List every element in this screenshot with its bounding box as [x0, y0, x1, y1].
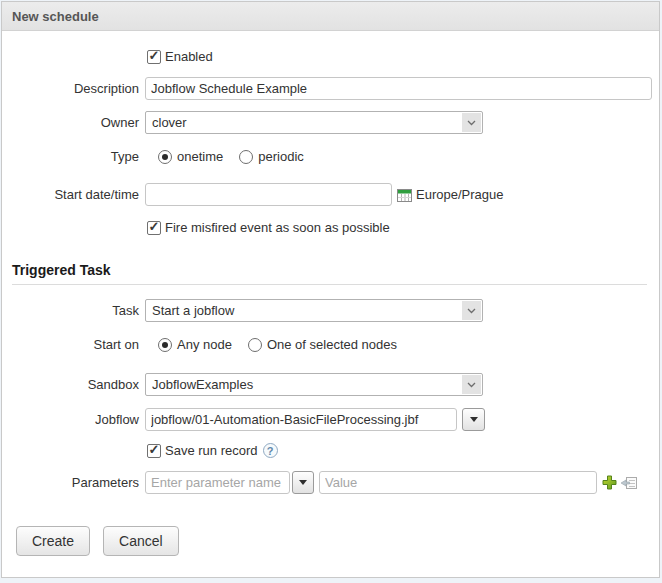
description-label: Description — [2, 81, 139, 96]
new-schedule-panel: New schedule Enabled Description Owner c… — [1, 1, 660, 578]
owner-select-value: clover — [146, 112, 461, 133]
save-run-record-row: Save run record — [2, 443, 659, 458]
actions-row: Create Cancel — [16, 526, 659, 556]
description-input[interactable] — [145, 77, 652, 100]
parameter-name-input[interactable] — [145, 471, 290, 494]
enabled-row: Enabled — [2, 49, 659, 64]
type-onetime-radio[interactable] — [158, 150, 172, 164]
task-select[interactable]: Start a jobflow — [145, 299, 483, 322]
panel-header: New schedule — [2, 2, 659, 31]
task-row: Task Start a jobflow — [2, 299, 659, 322]
timezone-text: Europe/Prague — [416, 187, 503, 202]
type-periodic-label: periodic — [258, 149, 304, 164]
parameters-label: Parameters — [2, 475, 139, 490]
start-datetime-label: Start date/time — [2, 187, 139, 202]
start-datetime-input[interactable] — [145, 183, 392, 206]
jobflow-label: Jobflow — [2, 412, 139, 427]
start-on-any-node-label: Any node — [177, 337, 232, 352]
triggered-task-heading: Triggered Task — [12, 262, 659, 278]
add-parameter-icon[interactable] — [602, 475, 617, 490]
fire-misfired-checkbox[interactable] — [147, 221, 161, 235]
task-label: Task — [2, 303, 139, 318]
start-datetime-row: Start date/time Europe/Prague — [2, 183, 659, 206]
create-button[interactable]: Create — [16, 526, 90, 556]
sandbox-label: Sandbox — [2, 377, 139, 392]
fire-misfired-label: Fire misfired event as soon as possible — [165, 220, 390, 235]
start-on-selected-nodes-label: One of selected nodes — [267, 337, 397, 352]
sandbox-row: Sandbox JobflowExamples — [2, 373, 659, 396]
panel-title: New schedule — [12, 9, 99, 24]
jobflow-row: Jobflow — [2, 408, 659, 431]
enabled-checkbox[interactable] — [147, 50, 161, 64]
parameter-value-input[interactable] — [319, 471, 597, 494]
save-run-record-checkbox[interactable] — [147, 444, 161, 458]
start-on-row: Start on Any node One of selected nodes — [2, 337, 659, 352]
chevron-down-icon — [462, 113, 481, 132]
owner-row: Owner clover — [2, 111, 659, 134]
section-divider — [12, 284, 647, 285]
chevron-down-icon — [462, 375, 481, 394]
description-row: Description — [2, 77, 659, 100]
cancel-button[interactable]: Cancel — [103, 526, 179, 556]
sandbox-select[interactable]: JobflowExamples — [145, 373, 483, 396]
sandbox-select-value: JobflowExamples — [146, 374, 461, 395]
type-periodic-radio[interactable] — [239, 150, 253, 164]
save-run-record-label: Save run record — [165, 443, 258, 458]
jobflow-dropdown-button[interactable] — [462, 408, 485, 431]
task-select-value: Start a jobflow — [146, 300, 461, 321]
type-label: Type — [2, 149, 139, 164]
owner-label: Owner — [2, 115, 139, 130]
owner-select[interactable]: clover — [145, 111, 483, 134]
jobflow-input[interactable] — [145, 408, 457, 431]
parameter-name-dropdown-button[interactable] — [292, 471, 314, 494]
fire-misfired-row: Fire misfired event as soon as possible — [2, 220, 659, 235]
parameters-row: Parameters — [2, 471, 659, 494]
calendar-icon[interactable] — [397, 188, 412, 202]
start-on-selected-nodes-radio[interactable] — [248, 338, 262, 352]
enabled-label: Enabled — [165, 49, 213, 64]
import-parameters-icon[interactable] — [620, 475, 638, 491]
schedule-form: Enabled Description Owner clover Type on… — [2, 31, 659, 556]
chevron-down-icon — [462, 301, 481, 320]
type-onetime-label: onetime — [177, 149, 223, 164]
start-on-label: Start on — [2, 337, 139, 352]
start-on-any-node-radio[interactable] — [158, 338, 172, 352]
type-row: Type onetime periodic — [2, 149, 659, 164]
help-icon[interactable] — [263, 443, 278, 458]
